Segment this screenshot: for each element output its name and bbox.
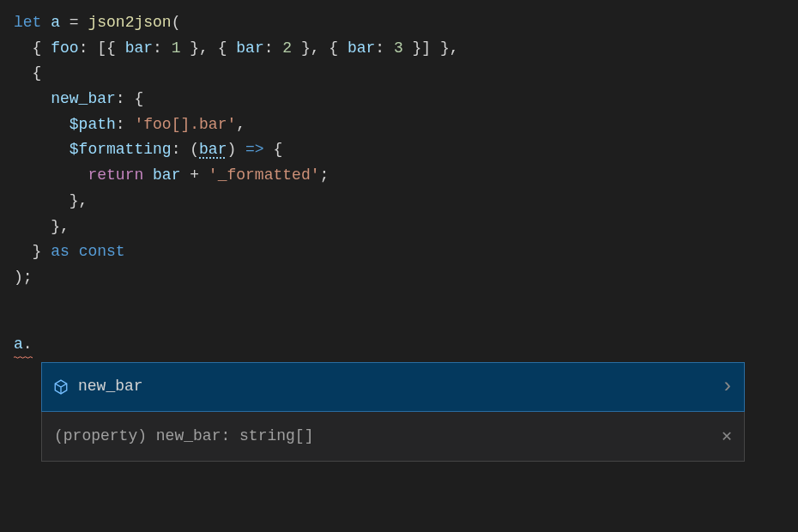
- code-line: new_bar: {: [14, 87, 784, 112]
- close-icon[interactable]: ✕: [722, 422, 732, 450]
- suggestion-item[interactable]: new_bar ›: [41, 362, 745, 412]
- suggestion-detail-text: (property) new_bar: string[]: [54, 424, 722, 450]
- code-line: { foo: [{ bar: 1 }, { bar: 2 }, { bar: 3…: [14, 36, 784, 62]
- code-line: $formatting: (bar) => {: [14, 137, 784, 163]
- blank-line: [14, 291, 784, 317]
- code-line: },: [14, 189, 784, 215]
- code-line: $path: 'foo[].bar',: [14, 112, 784, 138]
- code-editor[interactable]: let a = json2json( { foo: [{ bar: 1 }, {…: [14, 10, 784, 462]
- code-line: let a = json2json(: [14, 10, 784, 36]
- intellisense-popup: new_bar › (property) new_bar: string[] ✕: [41, 362, 745, 462]
- suggestion-label: new_bar: [78, 374, 722, 400]
- chevron-right-icon[interactable]: ›: [722, 370, 734, 404]
- code-line: );: [14, 265, 784, 291]
- property-icon: [52, 378, 70, 396]
- code-line: a.: [14, 332, 784, 358]
- code-line: } as const: [14, 239, 784, 265]
- code-line: return bar + '_formatted';: [14, 163, 784, 189]
- code-line: {: [14, 61, 784, 87]
- code-line: },: [14, 215, 784, 240]
- suggestion-detail: (property) new_bar: string[] ✕: [41, 412, 745, 462]
